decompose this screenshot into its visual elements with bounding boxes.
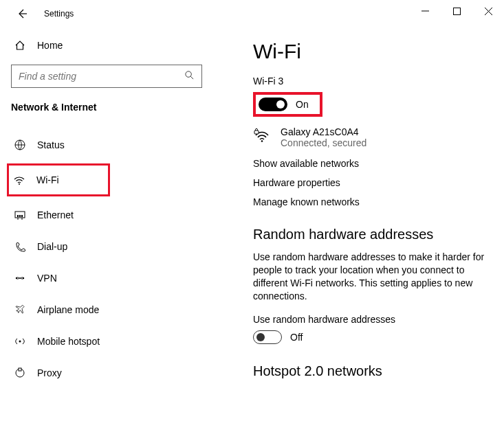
sidebar-item-wifi[interactable]: Wi-Fi [10,167,107,193]
svg-rect-21 [254,130,259,134]
page-title: Wi-Fi [253,40,490,63]
sidebar-item-vpn[interactable]: VPN [11,265,202,291]
wifi-icon [12,174,27,186]
close-button[interactable] [472,0,504,22]
sidebar-item-label: Proxy [37,367,62,378]
sidebar-item-label: Mobile hotspot [37,336,100,347]
wifi-toggle[interactable] [259,98,287,111]
sidebar-item-airplane[interactable]: Airplane mode [11,297,202,323]
svg-rect-12 [21,215,23,217]
sidebar-item-dialup[interactable]: Dial-up [11,234,202,260]
category-header: Network & Internet [11,102,202,113]
svg-rect-11 [19,215,21,217]
svg-point-17 [19,341,21,343]
wifi-toggle-label: On [296,99,309,110]
home-button[interactable]: Home [11,33,202,58]
sidebar-item-label: Ethernet [37,209,74,220]
vpn-icon [12,272,28,284]
status-icon [12,139,28,151]
search-icon [184,70,195,82]
adapter-label: Wi-Fi 3 [253,76,490,87]
ethernet-icon [12,209,28,221]
wifi-secured-icon [253,126,271,146]
manage-known-networks-link[interactable]: Manage known networks [253,196,490,207]
show-available-networks-link[interactable]: Show available networks [253,158,490,169]
sidebar-item-label: VPN [37,273,57,284]
random-hw-heading: Random hardware addresses [253,227,490,242]
search-input[interactable] [11,65,202,88]
home-icon [12,40,28,51]
hotspot-icon [12,335,28,348]
sidebar: Home Network & Internet Status Wi-Fi [0,27,213,421]
hotspot-heading: Hotspot 2.0 networks [253,363,490,379]
sidebar-item-ethernet[interactable]: Ethernet [11,202,202,228]
proxy-icon [12,367,28,379]
sidebar-item-label: Airplane mode [37,304,99,315]
random-hw-toggle-label: Use random hardware addresses [253,314,490,325]
network-name: Galaxy A21sC0A4 [281,126,366,137]
wifi-toggle-highlight: On [253,92,322,117]
svg-line-6 [190,76,193,79]
airplane-icon [12,304,28,316]
svg-point-8 [19,183,20,185]
search-field[interactable] [19,71,184,82]
random-hw-toggle-state: Off [290,332,303,343]
main-content: Wi-Fi Wi-Fi 3 On Galaxy A21sC0A4 Connect… [213,27,504,421]
sidebar-item-label: Wi-Fi [36,174,59,185]
sidebar-item-label: Status [37,139,65,150]
window-title: Settings [44,9,74,19]
hardware-properties-link[interactable]: Hardware properties [253,177,490,188]
random-hw-description: Use random hardware addresses to make it… [253,251,490,303]
home-label: Home [37,40,63,51]
sidebar-item-proxy[interactable]: Proxy [11,360,202,386]
back-button[interactable] [12,8,32,19]
svg-rect-2 [453,8,460,14]
random-hw-toggle[interactable] [253,330,282,344]
svg-point-5 [186,71,191,77]
svg-rect-10 [17,215,19,217]
connected-network[interactable]: Galaxy A21sC0A4 Connected, secured [253,126,490,148]
network-status: Connected, secured [281,137,366,148]
sidebar-item-hotspot[interactable]: Mobile hotspot [11,328,202,354]
sidebar-item-label: Dial-up [37,241,67,252]
sidebar-item-status[interactable]: Status [11,132,202,158]
dialup-icon [12,240,28,253]
minimize-button[interactable] [409,0,441,22]
svg-rect-19 [19,368,21,371]
svg-point-20 [261,140,263,142]
maximize-button[interactable] [441,0,472,22]
